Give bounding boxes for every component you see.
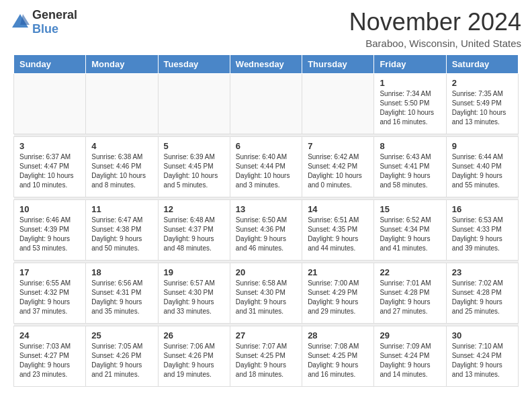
day-cell: 24Sunrise: 7:03 AM Sunset: 4:27 PM Dayli…: [14, 326, 86, 387]
day-cell: 9Sunrise: 6:44 AM Sunset: 4:40 PM Daylig…: [446, 137, 518, 197]
day-info: Sunrise: 6:40 AM Sunset: 4:44 PM Dayligh…: [236, 152, 296, 190]
day-number: 6: [236, 141, 296, 151]
day-cell: 10Sunrise: 6:46 AM Sunset: 4:39 PM Dayli…: [14, 200, 86, 261]
day-cell: 14Sunrise: 6:51 AM Sunset: 4:35 PM Dayli…: [302, 200, 374, 261]
day-info: Sunrise: 6:53 AM Sunset: 4:33 PM Dayligh…: [452, 216, 513, 253]
day-info: Sunrise: 6:52 AM Sunset: 4:34 PM Dayligh…: [380, 216, 440, 253]
day-info: Sunrise: 6:43 AM Sunset: 4:41 PM Dayligh…: [380, 152, 440, 190]
logo-general: General: [32, 8, 77, 22]
day-number: 21: [308, 267, 368, 277]
day-info: Sunrise: 6:51 AM Sunset: 4:35 PM Dayligh…: [308, 216, 368, 253]
calendar-week-2: 3Sunrise: 6:37 AM Sunset: 4:47 PM Daylig…: [14, 137, 519, 197]
day-cell: 25Sunrise: 7:05 AM Sunset: 4:26 PM Dayli…: [86, 326, 158, 387]
day-info: Sunrise: 7:05 AM Sunset: 4:26 PM Dayligh…: [91, 342, 152, 379]
day-info: Sunrise: 7:02 AM Sunset: 4:28 PM Dayligh…: [452, 279, 513, 316]
day-cell: [86, 74, 158, 134]
day-number: 19: [164, 267, 224, 277]
day-info: Sunrise: 6:48 AM Sunset: 4:37 PM Dayligh…: [164, 216, 224, 253]
day-number: 20: [236, 267, 296, 277]
calendar-week-5: 24Sunrise: 7:03 AM Sunset: 4:27 PM Dayli…: [14, 326, 519, 387]
logo-blue: Blue: [32, 22, 77, 36]
day-info: Sunrise: 7:01 AM Sunset: 4:28 PM Dayligh…: [380, 279, 440, 316]
day-number: 11: [91, 204, 152, 214]
header-friday: Friday: [374, 55, 446, 74]
day-info: Sunrise: 7:03 AM Sunset: 4:27 PM Dayligh…: [19, 342, 80, 379]
logo-icon: [11, 13, 30, 32]
day-info: Sunrise: 6:57 AM Sunset: 4:30 PM Dayligh…: [164, 279, 224, 316]
day-number: 30: [452, 330, 513, 340]
day-number: 10: [19, 204, 80, 214]
page-header: General Blue November 2024 Baraboo, Wisc…: [0, 0, 532, 54]
day-number: 29: [380, 330, 440, 340]
day-number: 12: [164, 204, 224, 214]
day-number: 27: [236, 330, 296, 340]
day-cell: 15Sunrise: 6:52 AM Sunset: 4:34 PM Dayli…: [374, 200, 446, 261]
day-number: 13: [236, 204, 296, 214]
day-info: Sunrise: 7:06 AM Sunset: 4:26 PM Dayligh…: [164, 342, 224, 379]
day-number: 23: [452, 267, 513, 277]
day-info: Sunrise: 6:56 AM Sunset: 4:31 PM Dayligh…: [91, 279, 152, 316]
day-cell: 2Sunrise: 7:35 AM Sunset: 5:49 PM Daylig…: [446, 74, 518, 134]
day-number: 9: [452, 141, 513, 151]
day-cell: [230, 74, 302, 134]
day-cell: [14, 74, 86, 134]
calendar-wrapper: Sunday Monday Tuesday Wednesday Thursday…: [0, 54, 532, 394]
calendar-table: Sunday Monday Tuesday Wednesday Thursday…: [13, 54, 519, 387]
svg-marker-1: [20, 14, 30, 25]
day-info: Sunrise: 6:38 AM Sunset: 4:46 PM Dayligh…: [91, 152, 152, 190]
header-wednesday: Wednesday: [230, 55, 302, 74]
day-info: Sunrise: 6:39 AM Sunset: 4:45 PM Dayligh…: [164, 152, 224, 190]
day-number: 3: [19, 141, 80, 151]
day-cell: [158, 74, 230, 134]
month-title: November 2024: [349, 8, 521, 36]
day-cell: 6Sunrise: 6:40 AM Sunset: 4:44 PM Daylig…: [230, 137, 302, 197]
day-cell: 30Sunrise: 7:10 AM Sunset: 4:24 PM Dayli…: [446, 326, 518, 387]
day-cell: 19Sunrise: 6:57 AM Sunset: 4:30 PM Dayli…: [158, 263, 230, 324]
day-number: 15: [380, 204, 440, 214]
day-cell: [302, 74, 374, 134]
calendar-body: 1Sunrise: 7:34 AM Sunset: 5:50 PM Daylig…: [14, 74, 519, 387]
day-cell: 17Sunrise: 6:55 AM Sunset: 4:32 PM Dayli…: [14, 263, 86, 324]
logo-text: General Blue: [32, 8, 77, 36]
day-info: Sunrise: 7:00 AM Sunset: 4:29 PM Dayligh…: [308, 279, 368, 316]
day-cell: 1Sunrise: 7:34 AM Sunset: 5:50 PM Daylig…: [374, 74, 446, 134]
day-number: 16: [452, 204, 513, 214]
day-number: 7: [308, 141, 368, 151]
day-info: Sunrise: 6:50 AM Sunset: 4:36 PM Dayligh…: [236, 216, 296, 253]
day-number: 17: [19, 267, 80, 277]
day-cell: 28Sunrise: 7:08 AM Sunset: 4:25 PM Dayli…: [302, 326, 374, 387]
title-section: November 2024 Baraboo, Wisconsin, United…: [349, 8, 521, 49]
calendar-week-1: 1Sunrise: 7:34 AM Sunset: 5:50 PM Daylig…: [14, 74, 519, 134]
day-info: Sunrise: 6:55 AM Sunset: 4:32 PM Dayligh…: [19, 279, 80, 316]
day-number: 18: [91, 267, 152, 277]
day-info: Sunrise: 7:10 AM Sunset: 4:24 PM Dayligh…: [452, 342, 513, 379]
day-cell: 29Sunrise: 7:09 AM Sunset: 4:24 PM Dayli…: [374, 326, 446, 387]
day-number: 22: [380, 267, 440, 277]
logo: General Blue: [11, 8, 77, 36]
calendar-week-4: 17Sunrise: 6:55 AM Sunset: 4:32 PM Dayli…: [14, 263, 519, 324]
day-number: 1: [380, 78, 440, 88]
day-number: 26: [164, 330, 224, 340]
day-info: Sunrise: 6:46 AM Sunset: 4:39 PM Dayligh…: [19, 216, 80, 253]
day-cell: 11Sunrise: 6:47 AM Sunset: 4:38 PM Dayli…: [86, 200, 158, 261]
day-info: Sunrise: 6:42 AM Sunset: 4:42 PM Dayligh…: [308, 152, 368, 190]
calendar-week-3: 10Sunrise: 6:46 AM Sunset: 4:39 PM Dayli…: [14, 200, 519, 261]
header-tuesday: Tuesday: [158, 55, 230, 74]
day-number: 24: [19, 330, 80, 340]
day-number: 4: [91, 141, 152, 151]
header-sunday: Sunday: [14, 55, 86, 74]
day-number: 5: [164, 141, 224, 151]
header-monday: Monday: [86, 55, 158, 74]
day-cell: 20Sunrise: 6:58 AM Sunset: 4:30 PM Dayli…: [230, 263, 302, 324]
day-cell: 16Sunrise: 6:53 AM Sunset: 4:33 PM Dayli…: [446, 200, 518, 261]
day-cell: 13Sunrise: 6:50 AM Sunset: 4:36 PM Dayli…: [230, 200, 302, 261]
day-cell: 22Sunrise: 7:01 AM Sunset: 4:28 PM Dayli…: [374, 263, 446, 324]
day-info: Sunrise: 7:34 AM Sunset: 5:50 PM Dayligh…: [380, 89, 440, 127]
day-cell: 23Sunrise: 7:02 AM Sunset: 4:28 PM Dayli…: [446, 263, 518, 324]
day-info: Sunrise: 7:08 AM Sunset: 4:25 PM Dayligh…: [308, 342, 368, 379]
day-number: 14: [308, 204, 368, 214]
day-info: Sunrise: 7:35 AM Sunset: 5:49 PM Dayligh…: [452, 89, 513, 127]
day-number: 28: [308, 330, 368, 340]
day-cell: 21Sunrise: 7:00 AM Sunset: 4:29 PM Dayli…: [302, 263, 374, 324]
day-cell: 26Sunrise: 7:06 AM Sunset: 4:26 PM Dayli…: [158, 326, 230, 387]
